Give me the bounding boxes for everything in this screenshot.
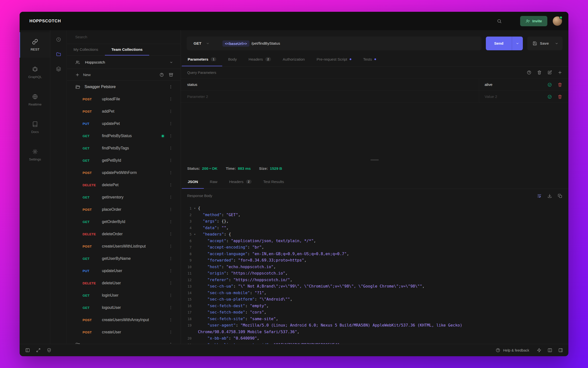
tab-pre-request-script[interactable]: Pre-request Script — [311, 53, 357, 66]
help-feedback-button[interactable]: Help & feedback — [494, 348, 533, 353]
method-select[interactable]: GET — [187, 37, 216, 50]
help-button[interactable] — [525, 68, 533, 77]
sidebar-item-settings[interactable]: Settings — [20, 142, 50, 168]
zap-button[interactable] — [535, 346, 543, 355]
collection-folder[interactable] — [67, 338, 181, 344]
fold-toggle-icon[interactable]: ▾ — [192, 231, 198, 238]
options-menu-button[interactable] — [167, 292, 174, 299]
sidebar-item-docs[interactable]: Docs — [20, 115, 50, 140]
copy-button[interactable] — [556, 192, 564, 200]
request-item-updatePet[interactable]: PUTupdatePet — [67, 118, 181, 130]
tab-my-collections[interactable]: My Collections — [67, 44, 105, 55]
request-item-createUser[interactable]: POSTcreateUser — [67, 326, 181, 338]
search-button[interactable] — [495, 16, 504, 26]
tab-headers[interactable]: Headers2 — [223, 175, 257, 189]
request-item-updatePetWithForm[interactable]: POSTupdatePetWithForm — [67, 167, 181, 179]
request-item-getOrderById[interactable]: GETgetOrderById — [67, 216, 181, 228]
options-menu-button[interactable] — [167, 316, 174, 323]
request-item-logoutUser[interactable]: GETlogoutUser — [67, 302, 181, 314]
tab-raw[interactable]: Raw — [204, 175, 223, 189]
param-delete-button[interactable] — [556, 92, 564, 101]
options-menu-button[interactable] — [167, 96, 174, 103]
panel-tab-clock[interactable] — [53, 34, 64, 45]
collections-help-button[interactable] — [158, 71, 166, 79]
request-item-deleteUser[interactable]: DELETEdeleteUser — [67, 277, 181, 289]
request-item-getUserByName[interactable]: GETgetUserByName — [67, 252, 181, 265]
request-item-loginUser[interactable]: GETloginUser — [67, 289, 181, 302]
options-menu-button[interactable] — [167, 243, 174, 250]
options-menu-button[interactable] — [167, 280, 174, 287]
columns-button[interactable] — [545, 346, 554, 355]
fold-toggle-icon[interactable]: ▾ — [192, 205, 198, 212]
options-menu-button[interactable] — [167, 341, 174, 344]
options-menu-button[interactable] — [167, 132, 174, 139]
request-item-createUsersWithArrayInput[interactable]: POSTcreateUsersWithArrayInput — [67, 314, 181, 326]
team-selector[interactable]: Hoppscotch — [67, 56, 181, 69]
param-value-input[interactable]: Value 2 — [479, 91, 545, 103]
response-code[interactable]: 1▾{2 "method": "GET",3 "args": {},4 "dat… — [181, 203, 568, 344]
options-menu-button[interactable] — [167, 255, 174, 262]
param-key-input[interactable]: Parameter 2 — [181, 91, 479, 103]
options-menu-button[interactable] — [167, 157, 174, 164]
options-menu-button[interactable] — [167, 231, 174, 237]
expand-button[interactable] — [34, 346, 43, 355]
param-key-input[interactable]: status — [181, 79, 479, 91]
wrap-text-button[interactable] — [535, 192, 543, 200]
panel-tab-layers[interactable] — [53, 64, 64, 74]
request-item-deleteOrder[interactable]: DELETEdeleteOrder — [67, 228, 181, 240]
panel-right-button[interactable] — [556, 346, 565, 355]
save-options-button[interactable] — [552, 41, 562, 45]
options-menu-button[interactable] — [167, 83, 174, 90]
invite-button[interactable]: Invite — [520, 16, 547, 26]
import-export-button[interactable] — [167, 71, 175, 79]
options-menu-button[interactable] — [167, 108, 174, 115]
plus-button[interactable] — [556, 68, 564, 77]
new-collection-button[interactable]: New — [75, 73, 157, 77]
save-button[interactable]: Save — [527, 37, 563, 50]
param-toggle-button[interactable] — [545, 80, 554, 89]
request-item-getPetById[interactable]: GETgetPetById — [67, 154, 181, 167]
support-button[interactable] — [506, 16, 515, 26]
options-menu-button[interactable] — [167, 206, 174, 213]
param-toggle-button[interactable] — [545, 92, 554, 101]
tab-parameters[interactable]: Parameters1 — [182, 53, 222, 66]
options-menu-button[interactable] — [167, 145, 174, 152]
request-item-findPetsByTags[interactable]: GETfindPetsByTags — [67, 142, 181, 154]
sidebar-item-realtime[interactable]: Realtime — [20, 87, 50, 113]
request-item-createUsersWithListInput[interactable]: POSTcreateUsersWithListInput — [67, 240, 181, 252]
download-button[interactable] — [545, 192, 554, 200]
request-item-deletePet[interactable]: DELETEdeletePet — [67, 179, 181, 191]
tab-json[interactable]: JSON — [182, 175, 204, 189]
options-menu-button[interactable] — [167, 329, 174, 336]
request-item-uploadFile[interactable]: POSTuploadFile — [67, 93, 181, 105]
options-menu-button[interactable] — [167, 267, 174, 274]
request-item-placeOrder[interactable]: POSTplaceOrder — [67, 203, 181, 216]
url-input[interactable]: <<baseUrl>> /pet/findByStatus — [216, 40, 481, 47]
options-menu-button[interactable] — [167, 194, 174, 201]
panel-left-button[interactable] — [23, 346, 32, 355]
request-item-getInventory[interactable]: GETgetInventory — [67, 191, 181, 203]
tab-tests[interactable]: Tests — [357, 53, 382, 66]
trash-button[interactable] — [535, 68, 543, 77]
send-button[interactable]: Send — [486, 37, 523, 50]
options-menu-button[interactable] — [167, 218, 174, 225]
tab-test-results[interactable]: Test Results — [257, 175, 290, 189]
search-input[interactable] — [75, 35, 172, 39]
options-menu-button[interactable] — [167, 304, 174, 311]
resize-handle[interactable] — [370, 159, 379, 160]
edit-button[interactable] — [545, 68, 554, 77]
avatar[interactable] — [553, 16, 562, 26]
tab-authorization[interactable]: Authorization — [277, 53, 311, 66]
request-item-findPetsByStatus[interactable]: GETfindPetsByStatus — [67, 130, 181, 142]
options-menu-button[interactable] — [167, 169, 174, 176]
send-options-button[interactable] — [512, 37, 523, 50]
request-item-addPet[interactable]: POSTaddPet — [67, 105, 181, 118]
collection-folder[interactable]: Swagger Petstore — [67, 81, 181, 93]
options-menu-button[interactable] — [167, 182, 174, 188]
panel-tab-folder[interactable] — [53, 49, 64, 60]
shield-check-button[interactable] — [45, 346, 53, 355]
param-value-input[interactable]: alive — [479, 79, 545, 91]
param-delete-button[interactable] — [556, 80, 564, 89]
sidebar-item-rest[interactable]: REST — [20, 32, 50, 58]
pane-resizer[interactable] — [181, 158, 568, 162]
